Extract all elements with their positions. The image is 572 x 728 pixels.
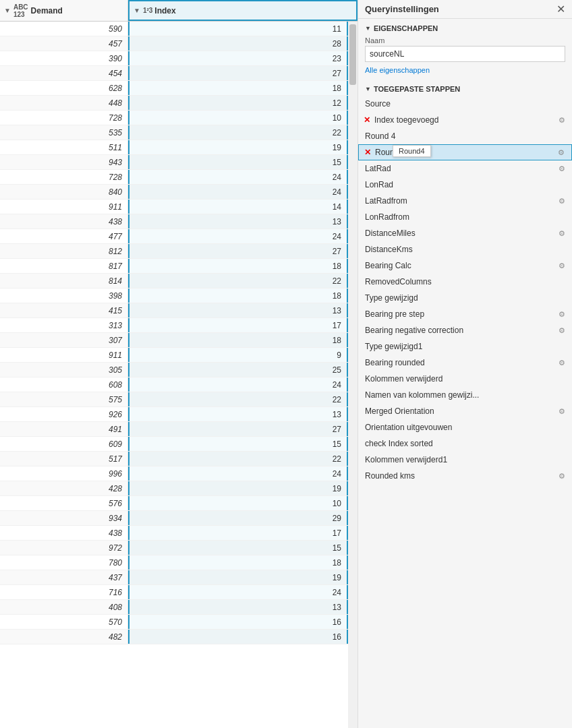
table-row[interactable]: 812 27 <box>0 244 348 259</box>
step-gear-icon[interactable]: ⚙ <box>559 197 565 206</box>
step-item-bearing-rounded[interactable]: Bearing rounded⚙ <box>358 355 572 371</box>
step-item-round4[interactable]: ✕Round4⚙Round4 <box>358 144 572 160</box>
step-item-distancemiles[interactable]: DistanceMiles⚙ <box>358 225 572 241</box>
table-row[interactable]: 972 15 <box>0 541 348 555</box>
table-row[interactable]: 628 18 <box>0 81 348 96</box>
step-item-kolommen-verwijderd[interactable]: Kolommen verwijderd <box>358 371 572 387</box>
step-label: Source <box>365 99 391 109</box>
step-gear-icon[interactable]: ⚙ <box>559 262 565 270</box>
step-item-source[interactable]: Source <box>358 96 572 112</box>
step-item-type-gewijzigd[interactable]: Type gewijzigd <box>358 290 572 306</box>
close-button[interactable]: ✕ <box>556 3 565 16</box>
table-row[interactable]: 840 24 <box>0 185 348 200</box>
table-row[interactable]: 437 19 <box>0 570 348 585</box>
index-cell: 10 <box>128 496 348 510</box>
table-row[interactable]: 457 28 <box>0 36 348 51</box>
table-row[interactable]: 448 12 <box>0 96 348 111</box>
step-delete-icon[interactable]: ✕ <box>364 148 371 157</box>
table-row[interactable]: 428 19 <box>0 481 348 496</box>
step-item-latrad[interactable]: LatRad⚙ <box>358 160 572 177</box>
demand-cell: 926 <box>0 407 128 421</box>
vertical-scrollbar[interactable] <box>348 22 358 728</box>
alle-eigenschappen-link[interactable]: Alle eigenschappen <box>358 65 572 80</box>
step-item-round-4[interactable]: Round 4 <box>358 128 572 144</box>
table-row[interactable]: 814 22 <box>0 274 348 289</box>
step-item-lonradfrom[interactable]: LonRadfrom <box>358 209 572 225</box>
step-item-latradfrom[interactable]: LatRadfrom⚙ <box>358 193 572 209</box>
step-item-namen-van-kolommen-gewijzi...[interactable]: Namen van kolommen gewijzi... <box>358 387 572 403</box>
index-cell: 22 <box>128 125 348 140</box>
right-panel: Queryinstellingen ✕ ▼ EIGENSCHAPPEN Naam… <box>358 0 572 728</box>
step-item-distancekms[interactable]: DistanceKms <box>358 241 572 257</box>
table-row[interactable]: 817 18 <box>0 259 348 274</box>
table-row[interactable]: 590 11 <box>0 22 348 36</box>
step-item-check-index-sorted[interactable]: check Index sorted <box>358 435 572 452</box>
step-item-bearing-calc[interactable]: Bearing Calc⚙ <box>358 257 572 274</box>
step-gear-icon[interactable]: ⚙ <box>559 164 565 173</box>
step-gear-icon[interactable]: ⚙ <box>559 229 565 238</box>
step-item-type-gewijzigd1[interactable]: Type gewijzigd1 <box>358 338 572 355</box>
step-item-index-toegevoegd[interactable]: ✕Index toegevoegd⚙ <box>358 112 572 128</box>
table-row[interactable]: 934 29 <box>0 511 348 526</box>
index-cell: 15 <box>128 155 348 169</box>
table-row[interactable]: 307 18 <box>0 333 348 348</box>
table-row[interactable]: 926 13 <box>0 407 348 422</box>
table-row[interactable]: 609 15 <box>0 437 348 452</box>
table-row[interactable]: 716 24 <box>0 585 348 600</box>
table-row[interactable]: 780 18 <box>0 555 348 570</box>
table-row[interactable]: 491 27 <box>0 422 348 437</box>
demand-column-header[interactable]: ▼ ABC123 Demand <box>0 0 128 21</box>
index-cell: 18 <box>128 333 348 347</box>
step-item-merged-orientation[interactable]: Merged Orientation⚙ <box>358 403 572 419</box>
step-item-bearing-pre-step[interactable]: Bearing pre step⚙ <box>358 306 572 322</box>
step-item-orientation-uitgevouwen[interactable]: Orientation uitgevouwen <box>358 419 572 435</box>
table-row[interactable]: 408 13 <box>0 600 348 615</box>
table-row[interactable]: 438 13 <box>0 214 348 229</box>
table-row[interactable]: 943 15 <box>0 155 348 170</box>
step-item-kolommen-verwijderd1[interactable]: Kolommen verwijderd1 <box>358 452 572 468</box>
table-row[interactable]: 390 23 <box>0 51 348 66</box>
scrollbar-thumb[interactable] <box>349 24 356 85</box>
table-row[interactable]: 454 27 <box>0 66 348 81</box>
step-gear-icon[interactable]: ⚙ <box>558 148 565 157</box>
demand-cell: 609 <box>0 437 128 451</box>
step-gear-icon[interactable]: ⚙ <box>559 472 565 481</box>
step-gear-icon[interactable]: ⚙ <box>559 116 565 125</box>
demand-cell: 511 <box>0 140 128 154</box>
table-row[interactable]: 911 14 <box>0 200 348 214</box>
step-gear-icon[interactable]: ⚙ <box>559 407 565 416</box>
table-row[interactable]: 608 24 <box>0 377 348 392</box>
table-row[interactable]: 575 22 <box>0 392 348 407</box>
step-item-removedcolumns[interactable]: RemovedColumns <box>358 274 572 290</box>
demand-filter-icon[interactable]: ▼ <box>4 7 11 14</box>
demand-cell: 934 <box>0 511 128 525</box>
table-row[interactable]: 398 18 <box>0 289 348 303</box>
table-row[interactable]: 535 22 <box>0 125 348 140</box>
index-column-header[interactable]: ▼ 1²3 Index <box>128 0 358 21</box>
table-row[interactable]: 511 19 <box>0 140 348 155</box>
index-filter-icon[interactable]: ▼ <box>134 7 140 14</box>
table-row[interactable]: 570 16 <box>0 615 348 630</box>
table-row[interactable]: 482 16 <box>0 630 348 644</box>
table-row[interactable]: 415 13 <box>0 303 348 318</box>
demand-cell: 812 <box>0 244 128 258</box>
step-gear-icon[interactable]: ⚙ <box>559 326 565 335</box>
table-row[interactable]: 728 24 <box>0 170 348 185</box>
naam-input[interactable] <box>365 46 565 62</box>
step-gear-icon[interactable]: ⚙ <box>559 359 565 367</box>
step-item-rounded-kms[interactable]: Rounded kms⚙ <box>358 468 572 484</box>
table-row[interactable]: 517 22 <box>0 452 348 466</box>
table-row[interactable]: 438 17 <box>0 526 348 541</box>
table-row[interactable]: 996 24 <box>0 466 348 481</box>
step-gear-icon[interactable]: ⚙ <box>559 310 565 319</box>
step-delete-icon[interactable]: ✕ <box>364 115 370 125</box>
table-row[interactable]: 305 25 <box>0 363 348 377</box>
table-row[interactable]: 911 9 <box>0 348 348 363</box>
step-label: Index toegevoegd <box>374 115 438 125</box>
step-item-lonrad[interactable]: LonRad <box>358 177 572 193</box>
step-item-bearing-negative-correction[interactable]: Bearing negative correction⚙ <box>358 322 572 338</box>
table-row[interactable]: 576 10 <box>0 496 348 511</box>
table-row[interactable]: 313 17 <box>0 318 348 333</box>
table-row[interactable]: 728 10 <box>0 111 348 125</box>
table-row[interactable]: 477 24 <box>0 229 348 244</box>
